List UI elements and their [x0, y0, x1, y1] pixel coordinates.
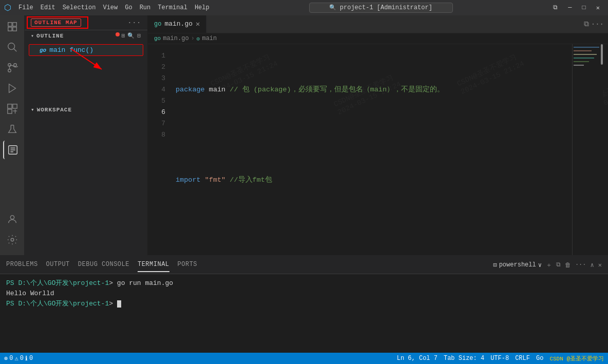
- menu-help[interactable]: Help: [192, 3, 213, 12]
- panel-tab-terminal[interactable]: TERMINAL: [138, 258, 169, 272]
- code-line-4: [176, 220, 572, 231]
- add-terminal-button[interactable]: ＋: [546, 261, 552, 270]
- editor-tab-main-go[interactable]: go main.go ✕: [148, 15, 206, 33]
- layout-icon[interactable]: ⧉: [549, 3, 562, 13]
- panel-tab-ports[interactable]: PORTS: [178, 258, 198, 272]
- more-actions-icon[interactable]: ···: [591, 20, 604, 28]
- svg-point-19: [11, 238, 14, 241]
- comment-3: //导入fmt包: [225, 175, 272, 186]
- panel-tab-debug-console[interactable]: DEBUG CONSOLE: [78, 258, 129, 272]
- activity-search[interactable]: [3, 38, 22, 56]
- menu-go[interactable]: Go: [122, 3, 135, 12]
- clear-terminal-icon[interactable]: 🗑: [565, 261, 571, 269]
- line-num-5: 5: [152, 95, 165, 107]
- menu-selection[interactable]: Selection: [60, 3, 99, 12]
- title-search: 🔍 project-1 [Administrator]: [309, 3, 453, 13]
- panel-controls[interactable]: ⊡ powershell ∨ ＋ ⧉ 🗑 ··· ∧ ✕: [493, 261, 602, 270]
- minimap: [572, 44, 603, 255]
- menu-file[interactable]: File: [15, 3, 36, 12]
- terminal-line-1: PS D:\个人\GO开发\project-1> go run main.go: [6, 278, 602, 289]
- panel-tab-problems[interactable]: PROBLEMS: [6, 258, 38, 272]
- svg-rect-12: [12, 104, 16, 108]
- outline-section[interactable]: ▾ OUTLINE ⊞ 🔍 ⊟: [25, 30, 147, 41]
- str-fmt: "fmt": [205, 175, 226, 186]
- breadcrumb-separator: ›: [191, 35, 195, 42]
- code-area[interactable]: package main // 包 (package)，必须要写，但是包名（ma…: [169, 44, 572, 255]
- activity-flask[interactable]: [3, 120, 22, 139]
- breadcrumb-symbol[interactable]: main: [202, 35, 217, 42]
- minimize-button[interactable]: —: [564, 3, 576, 13]
- filter-icon[interactable]: ⊞: [122, 32, 126, 39]
- activity-extensions[interactable]: [3, 100, 22, 118]
- warning-icon: ⚠: [14, 355, 18, 362]
- line-num-8: 8: [152, 129, 165, 141]
- outline-map-label: OUTLINE MAP: [31, 18, 81, 27]
- line-ending[interactable]: CRLF: [515, 355, 530, 362]
- close-button[interactable]: ✕: [592, 3, 604, 13]
- svg-rect-13: [7, 109, 11, 113]
- activity-explorer[interactable]: [3, 17, 22, 36]
- svg-point-8: [13, 64, 16, 67]
- sidebar-header-icons[interactable]: ···: [128, 19, 141, 27]
- svg-rect-27: [574, 65, 584, 66]
- panel-tabs: PROBLEMS OUTPUT DEBUG CONSOLE TERMINAL P…: [0, 256, 608, 274]
- outline-label: OUTLINE: [36, 33, 64, 39]
- search-icon[interactable]: 🔍: [127, 32, 135, 39]
- menu-edit[interactable]: Edit: [37, 3, 59, 12]
- terminal-body[interactable]: PS D:\个人\GO开发\project-1> go run main.go …: [0, 274, 608, 353]
- powershell-label: powershell: [499, 261, 536, 269]
- status-bar-right: Ln 6, Col 7 Tab Size: 4 UTF-8 CRLF Go CS…: [397, 355, 604, 362]
- svg-rect-3: [12, 27, 16, 31]
- sidebar-header: OUTLINE MAP ···: [25, 15, 147, 30]
- bottom-panel: PROBLEMS OUTPUT DEBUG CONSOLE TERMINAL P…: [0, 255, 608, 353]
- minimap-slider[interactable]: [601, 44, 603, 65]
- svg-point-6: [8, 69, 11, 72]
- close-panel-button[interactable]: ✕: [598, 261, 602, 269]
- more-panel-icon[interactable]: ···: [575, 261, 586, 269]
- menu-terminal[interactable]: Terminal: [155, 3, 191, 12]
- activity-settings[interactable]: [3, 231, 22, 249]
- terminal-line-2: Hello Worlld: [6, 289, 602, 299]
- encoding[interactable]: UTF-8: [490, 355, 509, 362]
- svg-rect-23: [574, 50, 592, 51]
- line-num-7: 7: [152, 118, 165, 129]
- error-icon: ⊗: [4, 355, 8, 362]
- go-file-icon: go: [154, 21, 161, 28]
- window-controls[interactable]: ⧉ — □ ✕: [549, 3, 604, 13]
- dots-icon[interactable]: ···: [128, 19, 141, 27]
- tab-size[interactable]: Tab Size: 4: [444, 355, 484, 362]
- language-mode[interactable]: Go: [536, 355, 543, 362]
- split-editor-icon[interactable]: ⧉: [584, 20, 589, 28]
- svg-rect-22: [574, 47, 599, 48]
- workspace-section[interactable]: ▾ WORKSPACE: [25, 104, 147, 115]
- breadcrumb-file[interactable]: main.go: [163, 35, 188, 42]
- activity-outline[interactable]: [3, 141, 22, 159]
- status-bar: ⊗ 0 ⚠ 0 ℹ 0 Ln 6, Col 7 Tab Size: 4 UTF-…: [0, 353, 608, 364]
- chevron-right-icon: ▾: [31, 106, 35, 113]
- line-numbers: 1 2 3 4 5 6 7 8: [148, 44, 169, 255]
- editor-breadcrumb: go main.go › ⊙ main: [148, 33, 608, 44]
- cursor-position[interactable]: Ln 6, Col 7: [397, 355, 438, 362]
- svg-marker-10: [9, 84, 15, 93]
- panel-up-icon[interactable]: ∧: [591, 261, 594, 269]
- collapse-icon[interactable]: ⊟: [137, 32, 141, 39]
- editor-scrollbar[interactable]: [603, 44, 608, 255]
- info-icon: ℹ: [25, 355, 28, 362]
- tab-close-button[interactable]: ✕: [196, 20, 200, 28]
- editor-actions[interactable]: ⧉ ···: [580, 15, 608, 33]
- activity-debug[interactable]: [3, 79, 22, 98]
- split-terminal-icon[interactable]: ⧉: [556, 261, 561, 269]
- menu-run[interactable]: Run: [137, 3, 154, 12]
- activity-account[interactable]: [3, 210, 22, 228]
- svg-line-20: [71, 49, 102, 69]
- menu-view[interactable]: View: [100, 3, 121, 12]
- maximize-button[interactable]: □: [578, 3, 590, 13]
- activity-git[interactable]: [3, 59, 22, 77]
- menu-bar[interactable]: File Edit Selection View Go Run Terminal…: [15, 3, 213, 12]
- editor-area: go main.go ✕ ⧉ ··· go main.go › ⊙ main: [148, 15, 608, 255]
- powershell-chevron[interactable]: ∨: [538, 261, 542, 269]
- title-center: 🔍 project-1 [Administrator]: [217, 3, 545, 13]
- status-errors[interactable]: ⊗ 0 ⚠ 0 ℹ 0: [4, 355, 33, 362]
- terminal-command: go run main.go: [117, 279, 173, 287]
- panel-tab-output[interactable]: OUTPUT: [46, 258, 70, 272]
